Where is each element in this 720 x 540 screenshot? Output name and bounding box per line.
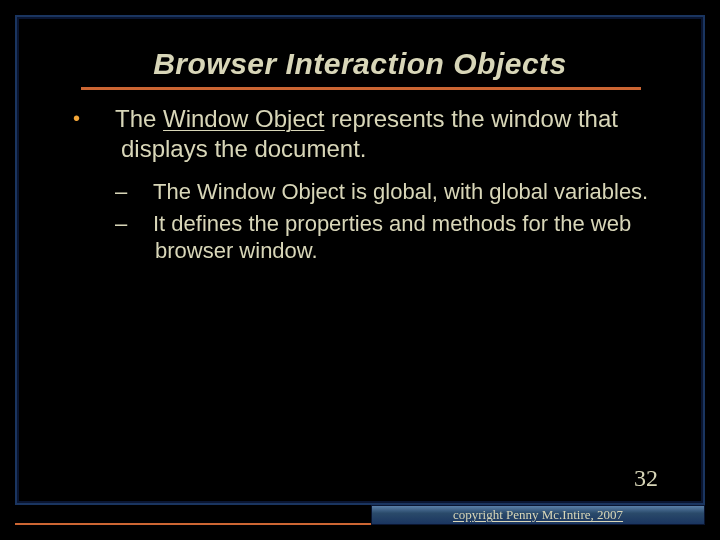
sub-bullet: –It defines the properties and methods f… [135,210,665,265]
sub-bullet: –The Window Object is global, with globa… [135,178,665,206]
footer: copyright Penny Mc.Intire, 2007 [15,505,705,525]
dash-icon: – [135,178,153,206]
copyright-text: copyright Penny Mc.Intire, 2007 [453,507,623,523]
bullet-icon: • [97,106,115,131]
main-bullet-prefix: The [115,105,163,132]
dash-icon: – [135,210,153,238]
page-number: 32 [634,465,658,492]
title-underline [81,87,641,90]
main-bullet: •The Window Object represents the window… [97,104,665,164]
slide-frame: Browser Interaction Objects •The Window … [15,15,705,505]
footer-rule [15,505,371,525]
sub-bullet-text: The Window Object is global, with global… [153,179,648,204]
slide-title: Browser Interaction Objects [55,47,665,81]
sub-bullet-text: It defines the properties and methods fo… [153,211,631,264]
main-bullet-underlined: Window Object [163,105,324,132]
footer-panel: copyright Penny Mc.Intire, 2007 [371,505,705,525]
